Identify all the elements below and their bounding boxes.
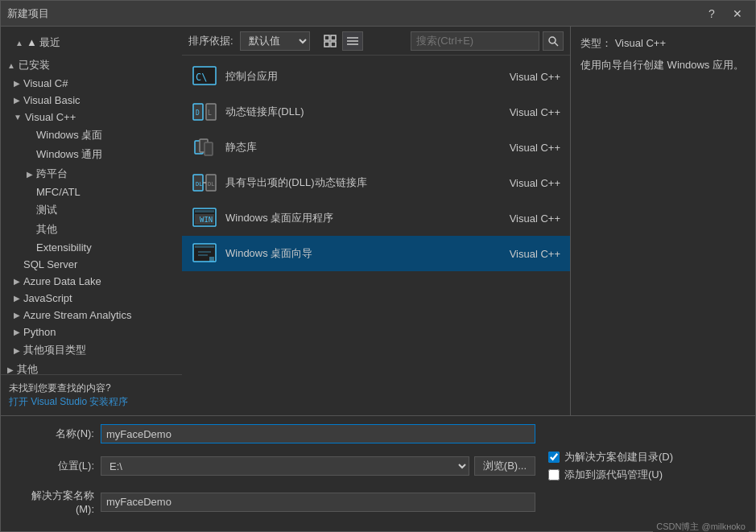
sidebar-item-visual-c-sharp[interactable]: ▶ Visual C# — [1, 75, 182, 92]
svg-text:WIN: WIN — [200, 216, 213, 224]
sidebar-item-visual-cpp[interactable]: ▼ Visual C++ — [1, 109, 182, 126]
location-input[interactable]: E:\ — [101, 456, 469, 476]
sidebar-item-extensibility[interactable]: Extensibility — [1, 239, 182, 256]
search-button[interactable] — [543, 31, 564, 51]
arrow-icon: ▶ — [14, 96, 20, 105]
project-icon: D L — [192, 99, 217, 125]
watermark: CSDN博主 @milkнoko — [653, 519, 749, 532]
left-panel: ▲ ▲ 最近 ▲ 已安装 ▶ Visual C# ▶ Visual Basic — [1, 27, 182, 415]
sidebar-item-label: JavaScript — [23, 292, 72, 304]
project-lang: Visual C++ — [496, 71, 560, 83]
dll-icon: D L — [192, 99, 217, 125]
view-icons — [320, 31, 363, 51]
project-description: 使用向导自行创建 Windows 应用。 — [580, 57, 746, 73]
sidebar-item-sql-server[interactable]: SQL Server — [1, 256, 182, 273]
sidebar-item-label: Python — [23, 326, 56, 338]
open-installer-link[interactable]: 打开 Visual Studio 安装程序 — [9, 395, 174, 409]
project-list[interactable]: C\ 控制台应用 Visual C++ D L — [182, 56, 570, 415]
sidebar-item-other[interactable]: 其他 — [1, 220, 182, 239]
type-value: Visual C++ — [615, 37, 666, 49]
project-item-dll[interactable]: D L 动态链接库(DLL) Visual C++ — [182, 94, 570, 130]
project-name: Windows 桌面应用程序 — [225, 211, 488, 225]
location-row: 位置(L): E:\ 浏览(B)... 为解决方案创建目录(D) 添加到源代码管… — [14, 450, 742, 482]
windows-wizard-icon — [192, 241, 217, 266]
sort-select[interactable]: 默认值 — [240, 31, 310, 51]
arrow-icon: ▼ — [14, 113, 22, 122]
browse-button[interactable]: 浏览(B)... — [474, 456, 535, 476]
solution-label: 解决方案名称(M): — [14, 489, 94, 515]
grid-icon — [324, 35, 337, 47]
svg-text:DL: DL — [208, 181, 214, 188]
svg-rect-24 — [195, 210, 214, 212]
svg-text:C\: C\ — [196, 72, 207, 83]
sidebar-item-mfc-atl[interactable]: MFC/ATL — [1, 184, 182, 200]
project-item-dll-export[interactable]: DL DL 具有导出项的(DLL)动态链接库 Visual C++ — [182, 165, 570, 200]
view-grid-button[interactable] — [320, 31, 341, 51]
solution-input[interactable] — [101, 493, 535, 512]
installed-label: 已安装 — [19, 58, 50, 72]
project-item-console[interactable]: C\ 控制台应用 Visual C++ — [182, 59, 570, 94]
project-item-static-lib[interactable]: 静态库 Visual C++ — [182, 130, 570, 165]
windows-app-icon: WIN — [192, 205, 217, 231]
type-prefix: 类型： — [580, 37, 612, 49]
recent-arrow-icon: ▲ — [15, 39, 23, 47]
sidebar-item-windows-common[interactable]: Windows 通用 — [1, 145, 182, 164]
sidebar-item-more[interactable]: ▶ 其他 — [1, 360, 182, 374]
sidebar-item-azure-stream[interactable]: ▶ Azure Stream Analytics — [1, 307, 182, 324]
help-button[interactable]: ? — [700, 6, 723, 22]
left-panel-header: ▲ ▲ 最近 — [1, 27, 182, 56]
arrow-icon: ▶ — [14, 311, 20, 320]
arrow-icon: ▶ — [14, 277, 20, 286]
bottom-form: 名称(N): 位置(L): E:\ 浏览(B)... 为解决方案创建目录(D) … — [1, 415, 755, 531]
recent-section[interactable]: ▲ ▲ 最近 — [9, 33, 174, 52]
sidebar-item-other-types[interactable]: ▶ 其他项目类型 — [1, 340, 182, 360]
sidebar-item-azure-data-lake[interactable]: ▶ Azure Data Lake — [1, 273, 182, 290]
console-app-icon: C\ — [192, 64, 217, 89]
project-lang: Visual C++ — [496, 106, 560, 118]
project-icon — [192, 241, 217, 266]
sidebar-item-visual-basic[interactable]: ▶ Visual Basic — [1, 92, 182, 109]
installed-section[interactable]: ▲ 已安装 — [1, 56, 182, 75]
svg-rect-17 — [204, 142, 213, 155]
close-button[interactable]: ✕ — [726, 6, 749, 22]
title-bar-buttons: ? ✕ — [700, 6, 749, 22]
sidebar-item-label: 跨平台 — [36, 167, 68, 181]
title-bar: 新建项目 ? ✕ — [1, 1, 755, 27]
solution-row: 解决方案名称(M): — [14, 489, 742, 515]
checkbox-solution-dir-input[interactable] — [548, 452, 560, 463]
dialog-body: ▲ ▲ 最近 ▲ 已安装 ▶ Visual C# ▶ Visual Basic — [1, 27, 755, 415]
project-item-windows-app[interactable]: WIN Windows 桌面应用程序 Visual C++ — [182, 200, 570, 236]
svg-text:D: D — [196, 109, 200, 117]
find-text: 未找到您要查找的内容? — [9, 381, 174, 395]
project-name: 具有导出项的(DLL)动态链接库 — [225, 175, 488, 190]
svg-line-8 — [555, 43, 558, 46]
dll-export-icon: DL DL — [192, 170, 217, 196]
project-lang: Visual C++ — [496, 177, 560, 189]
arrow-icon: ▶ — [14, 346, 20, 355]
view-list-button[interactable] — [342, 31, 363, 51]
project-name: 控制台应用 — [225, 69, 488, 84]
project-type-label: 类型： Visual C++ — [580, 36, 746, 51]
sidebar-item-javascript[interactable]: ▶ JavaScript — [1, 290, 182, 307]
left-panel-scroll[interactable]: ▲ 已安装 ▶ Visual C# ▶ Visual Basic ▼ Visua… — [1, 56, 182, 374]
svg-rect-1 — [331, 35, 336, 40]
project-icon: DL DL — [192, 170, 217, 196]
sidebar-item-cross-platform[interactable]: ▶ 跨平台 — [1, 164, 182, 184]
sidebar-item-python[interactable]: ▶ Python — [1, 324, 182, 340]
recent-label: ▲ 最近 — [27, 35, 60, 50]
middle-panel: 排序依据: 默认值 — [182, 27, 570, 415]
name-input[interactable] — [101, 424, 535, 443]
arrow-icon: ▶ — [14, 328, 20, 336]
sidebar-item-windows-desktop[interactable]: Windows 桌面 — [1, 126, 182, 145]
arrow-icon: ▶ — [7, 365, 14, 374]
search-input[interactable] — [411, 31, 539, 51]
checkbox-solution-dir-label: 为解决方案创建目录(D) — [564, 450, 673, 464]
project-item-windows-wizard[interactable]: Windows 桌面向导 Visual C++ — [182, 236, 570, 271]
installed-arrow-icon: ▲ — [7, 61, 15, 70]
sidebar-item-label: 测试 — [36, 203, 57, 217]
sidebar-item-label: Visual C++ — [25, 111, 76, 123]
sidebar-item-test[interactable]: 测试 — [1, 200, 182, 220]
checkbox-source-control-input[interactable] — [548, 469, 560, 480]
arrow-icon: ▶ — [14, 294, 20, 303]
middle-toolbar: 排序依据: 默认值 — [182, 27, 570, 56]
